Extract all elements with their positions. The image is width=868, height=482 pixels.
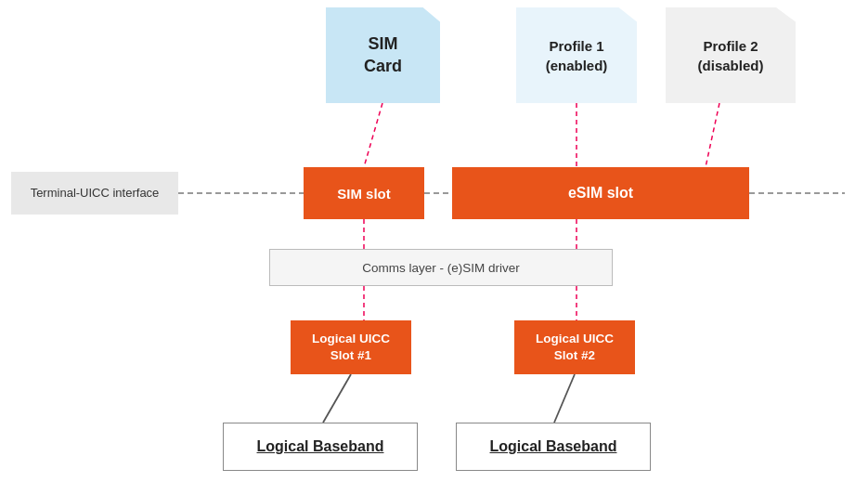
sim-card: SIM Card xyxy=(326,7,440,103)
profile2-card: Profile 2(disabled) xyxy=(666,7,796,103)
logical-slot2: Logical UICCSlot #2 xyxy=(514,320,635,374)
logical-baseband1-label: Logical Baseband xyxy=(257,438,384,455)
sim-slot: SIM slot xyxy=(304,167,424,219)
svg-line-0 xyxy=(364,103,382,167)
diagram-container: SIM Card Profile 1(enabled) Profile 2(di… xyxy=(0,0,868,482)
terminal-label: Terminal-UICC interface xyxy=(11,172,178,215)
logical-slot2-label: Logical UICCSlot #2 xyxy=(536,331,614,364)
profile1-label: Profile 1(enabled) xyxy=(546,36,608,75)
logical-baseband2-label: Logical Baseband xyxy=(490,438,617,455)
comms-layer: Comms layer - (e)SIM driver xyxy=(269,249,613,286)
logical-slot1-label: Logical UICCSlot #1 xyxy=(312,331,390,364)
comms-layer-label: Comms layer - (e)SIM driver xyxy=(362,261,520,275)
sim-card-label: SIM Card xyxy=(364,33,402,77)
terminal-label-text: Terminal-UICC interface xyxy=(31,186,160,202)
svg-line-8 xyxy=(554,374,575,423)
svg-line-2 xyxy=(706,103,719,167)
profile2-label: Profile 2(disabled) xyxy=(698,36,764,75)
profile1-card: Profile 1(enabled) xyxy=(516,7,637,103)
logical-baseband2: Logical Baseband xyxy=(456,423,651,471)
esim-slot: eSIM slot xyxy=(452,167,749,219)
logical-baseband1: Logical Baseband xyxy=(223,423,418,471)
svg-line-7 xyxy=(323,374,351,423)
logical-slot1: Logical UICCSlot #1 xyxy=(291,320,411,374)
sim-slot-label: SIM slot xyxy=(337,186,391,202)
esim-slot-label: eSIM slot xyxy=(568,185,633,202)
